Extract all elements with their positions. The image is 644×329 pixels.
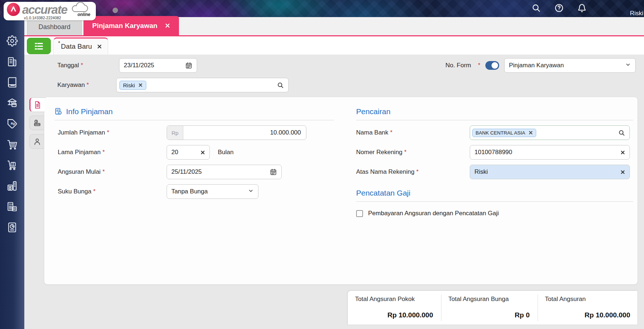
form-content: Tanggal* 23/11/2025 No. Form* Pinjaman K… [24,55,644,329]
pencatatan-gaji-checkbox-label: Pembayaran Angsuran dengan Pencatatan Ga… [368,210,499,217]
total-angsuran-value: Rp 10.000.000 [545,311,630,319]
jumlah-pinjaman-input[interactable]: Rp 10.000.000 [167,125,306,140]
lama-pinjaman-unit: Bulan [218,149,233,156]
section-divider [356,120,633,120]
top-header-bar: Riski [0,0,644,17]
sidebar-item-tax[interactable]: TAX [5,200,20,213]
angsuran-mulai-input[interactable]: 25/11/2025 [167,165,282,179]
brand-name: accurate [22,4,67,16]
nama-bank-label: Nama Bank [356,129,388,136]
remove-chip-icon [138,83,143,87]
sidebar-item-company[interactable] [5,55,20,68]
sidebar-item-sales[interactable]: Rp [5,117,20,130]
suku-bunga-select[interactable]: Tanpa Bunga [167,184,258,199]
ledger-icon [7,77,18,88]
atas-nama-input[interactable]: Riski [470,165,630,179]
jumlah-pinjaman-label: Jumlah Pinjaman [58,129,105,136]
karyawan-chip[interactable]: Riski [119,81,146,90]
karyawan-input[interactable]: Riski [116,78,289,92]
suku-bunga-label: Suku Bunga [58,188,91,195]
nomer-rekening-label: Nomer Rekening [356,149,403,156]
remove-chip-icon [529,131,533,135]
search-icon[interactable] [531,3,541,13]
clear-input-icon[interactable] [620,150,625,155]
sidebar-item-cash-bank[interactable] [5,96,20,109]
atas-nama-label: Atas Nama Rekening [356,168,415,176]
total-angsuran-pokok: Total Angsuran Pokok Rp 10.000.000 [348,291,441,325]
chevron-down-icon [625,62,631,69]
tanggal-label: Tanggal [57,62,79,69]
tab-data-baru[interactable]: * Data Baru [53,37,108,55]
document-tab-bar: * Data Baru [24,36,644,55]
help-icon[interactable] [554,3,564,13]
info-pinjaman-header: Info Pinjaman [54,107,334,116]
panel-tab-employee[interactable] [29,134,44,149]
totals-bar: Total Angsuran Pokok Rp 10.000.000 Total… [347,290,638,325]
no-form-select[interactable]: Pinjaman Karyawan [504,58,636,73]
handtruck-icon [7,160,18,171]
no-form-toggle[interactable] [485,61,499,70]
nomer-rekening-input[interactable]: 10100788990 [470,145,630,160]
total-angsuran-bunga-value: Rp 0 [448,311,530,319]
calendar-icon[interactable] [185,62,192,69]
document-icon [33,101,42,109]
accurate-logo-icon [7,3,20,16]
main-sidebar: Rp TAX [0,17,24,329]
clear-input-icon[interactable] [200,150,205,155]
settings-icon [7,35,18,47]
pencairan-header: Pencairan [356,107,633,116]
page-tab-bar: Dashboard Pinjaman Karyawan [24,17,644,36]
tax-icon: TAX [7,201,18,212]
sidebar-item-fixed-assets[interactable] [5,179,20,192]
cloud-icon: online [68,2,91,17]
lookup-search-icon[interactable] [618,129,625,136]
sidebar-item-ledger[interactable] [5,76,20,89]
svg-text:Rp: Rp [11,122,16,125]
tab-dashboard[interactable]: Dashboard [27,18,82,35]
lookup-search-icon[interactable] [277,82,284,89]
nama-bank-input[interactable]: BANK CENTRAL ASIA [470,125,630,140]
header-dot [113,8,118,13]
sidebar-item-settings[interactable] [5,34,20,47]
loan-detail-card: Info Pinjaman Jumlah Pinjaman* Rp 10.000… [44,97,638,285]
sales-rp-tag-icon: Rp [7,118,18,129]
clear-input-icon[interactable] [620,170,625,174]
calendar-icon[interactable] [270,168,277,176]
close-document-icon[interactable] [97,44,102,49]
total-angsuran: Total Angsuran Rp 10.000.000 [538,291,638,325]
sidebar-item-reports[interactable] [5,221,20,234]
currency-prefix: Rp [167,126,183,140]
tanggal-input[interactable]: 23/11/2025 [119,58,197,73]
person-icon [33,137,41,146]
chevron-down-icon [248,188,254,196]
panel-tab-payment-history[interactable] [29,116,44,130]
lama-pinjaman-label: Lama Pinjaman [58,149,101,156]
user-name[interactable]: Riski [630,10,643,17]
bank-chip[interactable]: BANK CENTRAL ASIA [472,129,536,137]
total-angsuran-pokok-value: Rp 10.000.000 [355,311,433,319]
section-divider [356,201,633,202]
panel-tab-detail[interactable] [29,97,45,112]
notifications-icon[interactable] [577,3,587,13]
brand-sub: online [77,12,90,17]
pencatatan-gaji-header: Pencatatan Gaji [356,189,633,197]
sidebar-item-inventory[interactable] [5,159,20,172]
cart-icon [7,139,18,150]
sidebar-item-purchases[interactable] [5,138,20,151]
pencatatan-gaji-checkbox[interactable] [356,210,363,217]
angsuran-mulai-label: Angsuran Mulai [58,168,101,176]
close-tab-icon[interactable] [165,23,170,28]
bank-icon [7,97,18,109]
unsaved-mark: * [58,40,60,46]
tab-pinjaman-karyawan[interactable]: Pinjaman Karyawan [83,16,179,35]
assets-icon [7,180,18,192]
lama-pinjaman-input[interactable]: 20 [167,145,210,160]
list-icon [33,41,44,52]
company-icon [7,56,18,67]
info-document-icon [54,108,62,116]
reports-icon [7,222,18,233]
app-logo: accurate online v1.0.1#3382-2224082 [4,2,96,20]
no-form-label: No. Form [445,62,471,69]
app-window: Riski accurate online v1.0.1#3382-222408… [0,0,644,329]
record-list-button[interactable] [27,38,51,54]
